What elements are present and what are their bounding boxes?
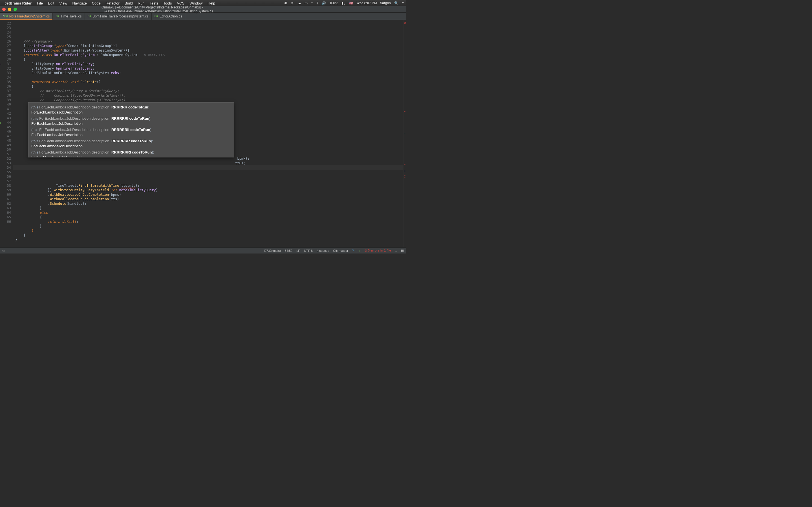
editor-area[interactable]: 22232425262728293031↑o323334353637383940…	[0, 20, 406, 247]
code-line[interactable]: ttH);	[15, 161, 403, 165]
gutter-line[interactable]: 65	[0, 215, 11, 219]
gutter-line[interactable]: 44↑o	[0, 120, 11, 125]
code-line[interactable]: }	[15, 237, 403, 242]
gutter-line[interactable]: 50	[0, 147, 11, 152]
menu-code[interactable]: Code	[89, 1, 103, 6]
code-line[interactable]: }	[15, 206, 403, 210]
code-line[interactable]	[15, 179, 403, 183]
gutter-line[interactable]: 40	[0, 102, 11, 107]
parameter-overload[interactable]: (this ForEachLambdaJobDescription descri…	[31, 149, 231, 158]
battery-percent[interactable]: 100%	[329, 1, 338, 5]
gutter-line[interactable]: 29	[0, 53, 11, 57]
code-line[interactable]: .WithDeallocateOnJobCompletion(bpms)	[15, 192, 403, 197]
gutter-line[interactable]: 34	[0, 75, 11, 80]
tab-editoraction-cs[interactable]: C#EditorAction.cs	[152, 13, 185, 20]
code-line[interactable]	[15, 165, 403, 170]
gutter-line[interactable]: 55	[0, 170, 11, 174]
stripe-marker[interactable]	[404, 164, 405, 165]
unity-icon[interactable]: ⟐	[359, 249, 361, 252]
code-line[interactable]: {	[15, 57, 403, 62]
code-line[interactable]: /// </summary>	[15, 39, 403, 44]
notification-center-icon[interactable]: ≡	[402, 1, 404, 5]
code-line[interactable]: internal class NoteTimeBakingSystem : Jo…	[15, 53, 403, 57]
code-line[interactable]: [UpdateInGroup(typeof(OnmakuSimulationGr…	[15, 44, 403, 48]
project-name[interactable]: E7.Onmaku	[264, 249, 281, 252]
gutter-line[interactable]: 54💡	[0, 165, 11, 170]
stripe-marker[interactable]	[404, 111, 405, 112]
code-line[interactable]: // noteTimeDirtyQuery = GetEntityQuery(	[15, 89, 403, 93]
override-gutter-icon[interactable]: ↑o	[0, 121, 1, 125]
code-line[interactable]: TimeTravel.FindIntervalWithTime(tts,nt,)…	[15, 183, 403, 188]
menu-navigate[interactable]: Navigate	[70, 1, 89, 6]
gutter-line[interactable]: 42	[0, 111, 11, 116]
code-line[interactable]: {	[15, 215, 403, 219]
tool-window-toggle-icon[interactable]: ▭	[2, 249, 5, 252]
spotlight-icon[interactable]: 🔍	[394, 1, 398, 5]
cloud-icon[interactable]: ☁	[298, 1, 301, 5]
code-line[interactable]: EntityQuery bpmTimeTravelQuery;	[15, 66, 403, 71]
code-line[interactable]	[15, 170, 403, 174]
parameter-overload[interactable]: (this ForEachLambdaJobDescription descri…	[31, 127, 231, 138]
gutter-line[interactable]: 63	[0, 206, 11, 210]
gutter-line[interactable]: 46	[0, 129, 11, 134]
menu-extra-icon[interactable]: ⌘	[284, 1, 288, 5]
error-count[interactable]: ⊘ 3 errors in 1 file	[364, 249, 391, 252]
code-line[interactable]: }	[15, 233, 403, 237]
gutter-line[interactable]: 48	[0, 138, 11, 143]
analysis-pencil-icon[interactable]: ✎	[352, 249, 355, 252]
gutter-line[interactable]: 27	[0, 44, 11, 48]
file-encoding[interactable]: UTF-8	[304, 249, 313, 252]
parameter-overload[interactable]: (this ForEachLambdaJobDescription descri…	[31, 104, 231, 115]
code-line[interactable]: protected override void OnCreate()	[15, 80, 403, 84]
code-area[interactable]: (this ForEachLambdaJobDescription descri…	[13, 20, 403, 247]
gutter-line[interactable]: 35	[0, 80, 11, 84]
menu-vcs[interactable]: VCS	[174, 1, 187, 6]
code-line[interactable]: EndSimulationEntityCommandBufferSystem e…	[15, 71, 403, 75]
code-line[interactable]: // ComponentType.ReadOnly<TimeDirty>()	[15, 98, 403, 102]
tab-bpmtimetravelprocessingsystem-cs[interactable]: C#BpmTimeTravelProcessingSystem.cs	[85, 13, 152, 20]
stripe-marker[interactable]	[404, 171, 405, 171]
gutter-line[interactable]: 61	[0, 197, 11, 202]
git-branch[interactable]: Git: master	[333, 249, 348, 252]
override-gutter-icon[interactable]: ↑o	[0, 62, 1, 66]
battery-icon[interactable]: ▮▯	[342, 1, 345, 5]
parameter-overload[interactable]: (this ForEachLambdaJobDescription descri…	[31, 138, 231, 149]
code-line[interactable]: .WithDeallocateOnJobCompletion(tts)	[15, 197, 403, 202]
username[interactable]: 5argon	[380, 1, 391, 5]
gutter-line[interactable]: 52	[0, 156, 11, 161]
gutter-line[interactable]: 28	[0, 48, 11, 53]
display-icon[interactable]: ▭	[305, 1, 308, 5]
menu-refactor[interactable]: Refactor	[103, 1, 122, 6]
volume-icon[interactable]: 🔊	[322, 1, 326, 5]
gutter-line[interactable]: 25	[0, 35, 11, 39]
gutter-line[interactable]: 37	[0, 89, 11, 93]
code-line[interactable]: .Schedule(handles);	[15, 202, 403, 206]
gutter-line[interactable]: 58	[0, 183, 11, 188]
code-line[interactable]: // ComponentType.ReadOnly<NoteTime>(),	[15, 93, 403, 98]
gutter-line[interactable]: 64	[0, 210, 11, 215]
menu-run[interactable]: Run	[135, 1, 147, 6]
input-flag-icon[interactable]: 🇺🇸	[349, 1, 353, 5]
stripe-marker[interactable]	[404, 175, 405, 175]
gutter-line[interactable]: 49	[0, 143, 11, 147]
menu-help[interactable]: Help	[205, 1, 218, 6]
dropbox-icon[interactable]: ⫸	[291, 1, 294, 5]
gutter-line[interactable]: 51	[0, 152, 11, 156]
error-stripe[interactable]: ⊘	[403, 20, 406, 247]
code-line[interactable]: return default;	[15, 219, 403, 224]
code-line[interactable]: [UpdateAfter(typeof(BpmTimeTravelProcess…	[15, 48, 403, 53]
code-line[interactable]: {	[15, 84, 403, 89]
gutter-line[interactable]: 53	[0, 161, 11, 165]
gutter-line[interactable]: 23	[0, 25, 11, 30]
gutter-line[interactable]: 31↑o	[0, 62, 11, 66]
menu-view[interactable]: View	[57, 1, 70, 6]
menu-tests[interactable]: Tests	[147, 1, 161, 6]
gutter-line[interactable]: 56	[0, 174, 11, 179]
memory-indicator-icon[interactable]: ▦	[401, 249, 404, 252]
clock[interactable]: Wed 8:07 PM	[356, 1, 377, 5]
menu-edit[interactable]: Edit	[45, 1, 57, 6]
window-maximize-button[interactable]	[13, 8, 17, 11]
gutter-line[interactable]: 60	[0, 192, 11, 197]
gutter-line[interactable]: 66	[0, 219, 11, 224]
gutter-line[interactable]: 41	[0, 107, 11, 111]
